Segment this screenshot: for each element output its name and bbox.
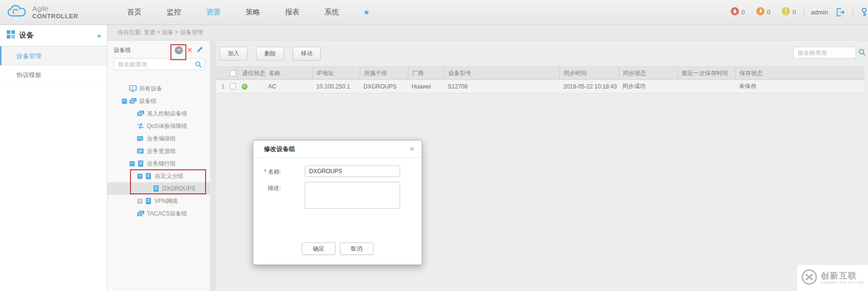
nav-item[interactable]: 报表 [285, 8, 299, 17]
cancel-button[interactable]: 取消 [340, 242, 374, 255]
tree-search-input[interactable] [114, 59, 195, 70]
sync-status-cell: 同步成功 [619, 80, 677, 93]
tree-node-icon [137, 123, 144, 129]
device-table: 通信状态名称IP地址所属子组厂商设备型号同步时间同步状态最近一次保存时间保存状态… [216, 66, 865, 93]
sidebar-menu: 设备管理协议模板 [0, 46, 107, 85]
device-group-tree: 所有设备−设备组准入控制设备组QoS体验保障组业务编排组业务资源组−业务随行组−… [107, 82, 210, 220]
tree-node-icon [137, 210, 144, 217]
tree-node[interactable]: −业务随行组 [107, 157, 210, 170]
tree-node[interactable]: TACACS设备组 [107, 207, 210, 220]
alarm-major[interactable]: 0 [756, 7, 770, 17]
name-field-row: *名称: [253, 165, 422, 177]
delete-button[interactable]: 删除 [256, 47, 284, 61]
table-toolbar-buttons: 加入删除移动 [220, 47, 321, 61]
tree-node-label: 准入控制设备组 [147, 110, 187, 118]
tree-node-label: QoS体验保障组 [147, 122, 187, 130]
tree-node-icon [152, 185, 160, 192]
tree-node[interactable]: −设备组 [107, 95, 210, 107]
logout-icon[interactable] [835, 8, 845, 17]
row-number-cell: 1 [216, 80, 226, 93]
panel-splitter[interactable] [211, 41, 215, 291]
minus-toggle-icon[interactable]: − [137, 174, 143, 179]
sidebar-header: 设备 « [0, 25, 107, 46]
tree-node[interactable]: QoS体验保障组 [107, 120, 210, 132]
devices-grid-icon [7, 30, 15, 40]
tree-node-icon [137, 160, 144, 167]
nav-item[interactable]: 资源 [206, 8, 220, 17]
favorite-star-icon[interactable]: ★ [363, 8, 370, 17]
watermark-logo-icon [801, 269, 817, 287]
tree-search-icon[interactable] [195, 61, 202, 68]
alarm-count: 0 [792, 9, 796, 16]
name-field[interactable] [305, 165, 400, 177]
tree-node-icon [129, 85, 137, 92]
tree-node-label: VPN网络 [155, 197, 178, 205]
license-key-icon[interactable] [860, 8, 868, 17]
alarm-minor[interactable]: 0 [782, 7, 796, 17]
watermark: 创新互联 CHUANG XIN HU LIAN [797, 265, 868, 291]
row-checkbox[interactable] [230, 83, 236, 89]
delete-group-icon[interactable]: ✕ [187, 46, 193, 54]
divider [803, 8, 804, 17]
join-button[interactable]: 加入 [220, 47, 247, 61]
sidebar: 设备 « 设备管理协议模板 [0, 25, 107, 291]
tree-node-label: TACACS设备组 [147, 210, 187, 218]
name-field-label: 名称: [268, 168, 281, 175]
column-header: 通信状态 [238, 67, 264, 79]
tree-node-icon [137, 148, 144, 154]
critical-alarm-icon [731, 7, 739, 17]
table-row[interactable]: 1AC10.100.250.1DXGROUPSHuaweiS127082018-… [216, 80, 865, 93]
alarm-badges: 000 [731, 7, 796, 17]
sidebar-item[interactable]: 设备管理 [0, 46, 107, 65]
tree-node[interactable]: 准入控制设备组 [107, 107, 210, 120]
required-asterisk: * [264, 168, 267, 175]
select-all-checkbox[interactable] [230, 70, 236, 76]
tree-node[interactable]: 所有设备 [107, 82, 210, 95]
tree-node[interactable]: 业务资源组 [107, 145, 210, 157]
table-body: 1AC10.100.250.1DXGROUPSHuaweiS127082018-… [216, 80, 865, 93]
description-field-row: 描述: [253, 182, 422, 209]
edit-group-icon[interactable] [196, 46, 204, 55]
save-status-cell: 未保存 [735, 80, 865, 93]
description-field[interactable] [305, 182, 400, 209]
tree-node[interactable]: DXGROUPS [107, 182, 210, 195]
nav-item[interactable]: 策略 [246, 8, 260, 17]
column-header: 最近一次保存时间 [677, 67, 735, 79]
tree-node-label: 业务资源组 [147, 147, 176, 155]
dialog-close-icon[interactable]: × [410, 145, 415, 153]
tree-node[interactable]: 业务编排组 [107, 132, 210, 145]
tree-node-icon [137, 110, 144, 117]
logo-line2: CONTROLLER [32, 13, 78, 20]
collapse-sidebar-icon[interactable]: « [97, 31, 101, 39]
header-cell-select [226, 67, 238, 79]
tree-node[interactable]: +VPN网络 [107, 195, 210, 207]
sync-time-cell: 2018-05-22 10:18:43 [559, 80, 619, 93]
minus-toggle-icon[interactable]: − [130, 161, 135, 166]
add-group-icon[interactable]: + [175, 46, 183, 54]
table-header-row: 通信状态名称IP地址所属子组厂商设备型号同步时间同步状态最近一次保存时间保存状态 [216, 66, 865, 80]
column-header: IP地址 [312, 67, 360, 79]
nav-item[interactable]: 系统 [324, 8, 339, 17]
tree-search-box [114, 58, 205, 70]
tree-panel-header: 设备组 + ✕ [107, 45, 210, 55]
sidebar-item[interactable]: 协议模板 [0, 65, 107, 85]
column-header: 所属子组 [360, 67, 408, 79]
tree-node[interactable]: −自定义分组 [107, 170, 210, 182]
header-cell-num [216, 67, 226, 79]
ok-button[interactable]: 确定 [302, 242, 336, 255]
tree-node-icon [144, 173, 152, 179]
vendor-cell: Huawei [408, 80, 444, 93]
online-status-icon [242, 84, 247, 89]
move-button[interactable]: 移动 [293, 47, 321, 61]
description-field-label: 描述: [264, 182, 305, 192]
plus-toggle-icon[interactable]: + [137, 199, 143, 204]
logo-line1: Agile [32, 5, 78, 13]
tree-panel-title: 设备组 [114, 46, 131, 54]
nav-item[interactable]: 监控 [167, 8, 181, 17]
alarm-critical[interactable]: 0 [731, 7, 745, 17]
tree-node-icon [129, 98, 137, 104]
table-search-input[interactable] [794, 47, 868, 58]
nav-item[interactable]: 首页 [127, 8, 142, 17]
minus-toggle-icon[interactable]: − [122, 99, 127, 104]
table-search-icon[interactable] [858, 49, 866, 58]
